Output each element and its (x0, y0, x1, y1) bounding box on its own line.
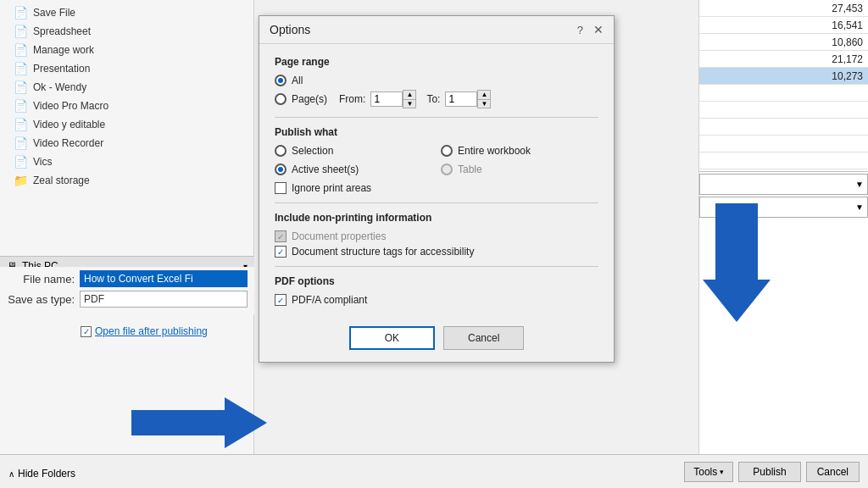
sidebar-file-3[interactable]: 📄 Manage work (7, 41, 247, 59)
file-icon-4: 📄 (14, 62, 28, 75)
file-icon-9: 📄 (14, 155, 28, 169)
radio-table[interactable]: Table (441, 164, 598, 175)
hide-folders-label: Hide Folders (18, 468, 75, 480)
hide-folders-section[interactable]: ∧ Hide Folders (8, 468, 75, 480)
doc-structure-item[interactable]: Document structure tags for accessibilit… (275, 246, 598, 258)
sidebar-file-label-4: Presentation (33, 63, 90, 75)
radio-pages[interactable]: Page(s) From: ▲ ▼ To: ▲ ▼ (275, 90, 598, 108)
pdfa-label: PDF/A compliant (292, 294, 367, 306)
sidebar-file-label-9: Vics (33, 156, 52, 168)
sidebar-file-5[interactable]: 📄 Ok - Wendy (7, 78, 247, 97)
radio-selection-button[interactable] (275, 145, 287, 157)
radio-table-button[interactable] (441, 164, 453, 175)
open-after-label: Open file after publishing (95, 325, 208, 337)
publish-button[interactable]: Publish (738, 462, 800, 482)
radio-selection[interactable]: Selection (275, 145, 432, 157)
radio-all-button[interactable] (275, 75, 287, 86)
sidebar-file-4[interactable]: 📄 Presentation (7, 59, 247, 78)
dropdown-1[interactable]: ▼ (699, 174, 868, 195)
file-icon-6: 📄 (14, 99, 28, 113)
to-up-arrow[interactable]: ▲ (478, 91, 490, 100)
doc-structure-label: Document structure tags for accessibilit… (292, 246, 474, 258)
from-input[interactable] (370, 92, 403, 107)
sidebar-file-1[interactable]: 📄 Save File (7, 3, 247, 22)
from-spinner[interactable]: ▲ ▼ (370, 90, 416, 108)
sidebar-file-9[interactable]: 📄 Vics (7, 152, 247, 171)
savetype-input[interactable]: PDF (80, 291, 248, 308)
radio-pages-label: Page(s) (292, 93, 327, 105)
pdfa-checkbox[interactable] (275, 294, 287, 306)
doc-structure-checkbox[interactable] (275, 246, 287, 258)
sidebar-file-10[interactable]: 📁 Zeal storage (7, 171, 247, 190)
to-spinner[interactable]: ▲ ▼ (445, 90, 491, 108)
bottom-bar: ∧ Hide Folders Tools ▾ Publish Cancel (0, 454, 868, 488)
arrow-down-indicator (698, 203, 775, 322)
radio-entire-workbook[interactable]: Entire workbook (441, 145, 598, 157)
pdfa-item[interactable]: PDF/A compliant (275, 294, 598, 306)
from-label: From: (339, 93, 365, 105)
savetype-label: Save as type: (7, 293, 75, 306)
radio-selection-label: Selection (292, 145, 333, 157)
filename-section: File name: How to Convert Excel Fi Save … (0, 267, 254, 314)
sidebar-file-7[interactable]: 📄 Video y editable (7, 115, 247, 134)
file-icon-3: 📄 (14, 43, 28, 57)
radio-all[interactable]: All (275, 75, 598, 86)
radio-active-sheets[interactable]: Active sheet(s) (275, 164, 432, 175)
sidebar-file-2[interactable]: 📄 Spreadsheet (7, 22, 247, 41)
cell-10273: 10,273 (699, 68, 868, 85)
tools-chevron-icon: ▾ (720, 468, 724, 476)
from-up-arrow[interactable]: ▲ (403, 91, 415, 100)
publish-what-options: Selection Entire workbook Active sheet(s… (275, 145, 598, 179)
sidebar-file-6[interactable]: 📄 Video Pro Macro (7, 97, 247, 115)
non-printing-label: Include non-printing information (275, 212, 598, 224)
page-range-label: Page range (275, 56, 598, 68)
cell-empty-1 (699, 85, 868, 102)
ok-button[interactable]: OK (349, 326, 435, 350)
tools-button[interactable]: Tools ▾ (684, 462, 733, 482)
sidebar-file-label-7: Video y editable (33, 119, 105, 130)
ignore-print-checkbox[interactable] (275, 182, 287, 194)
dialog-close-button[interactable]: ✕ (593, 23, 604, 36)
ignore-print-label: Ignore print areas (292, 182, 371, 194)
to-arrows[interactable]: ▲ ▼ (477, 90, 491, 108)
radio-active-sheets-button[interactable] (275, 164, 287, 175)
file-icon-7: 📄 (14, 118, 28, 131)
doc-props-item[interactable]: Document properties (275, 230, 598, 242)
radio-pages-button[interactable] (275, 93, 287, 105)
sidebar-file-label-3: Manage work (33, 44, 94, 56)
radio-table-label: Table (458, 164, 482, 175)
cell-21172: 21,172 (699, 51, 868, 68)
filename-row: File name: How to Convert Excel Fi (7, 270, 248, 287)
filename-input[interactable]: How to Convert Excel Fi (80, 270, 248, 287)
doc-props-label: Document properties (292, 230, 386, 242)
to-input[interactable] (445, 92, 477, 107)
from-arrows[interactable]: ▲ ▼ (403, 90, 416, 108)
cell-empty-3 (699, 119, 868, 136)
sidebar-file-label-2: Spreadsheet (33, 25, 91, 37)
hide-folders-chevron: ∧ (8, 469, 14, 479)
sidebar-file-label-6: Video Pro Macro (33, 100, 108, 112)
publish-label: Publish (753, 466, 786, 478)
cancel-dialog-button[interactable]: Cancel (443, 326, 524, 350)
sidebar-file-label-8: Video Recorder (33, 137, 103, 149)
cell-10860: 10,860 (699, 34, 868, 51)
cell-empty-4 (699, 136, 868, 152)
dialog-help-button[interactable]: ? (577, 24, 583, 36)
cancel-bottom-button[interactable]: Cancel (806, 462, 860, 482)
doc-props-checkbox[interactable] (275, 230, 287, 242)
cancel-bottom-label: Cancel (817, 466, 849, 478)
radio-entire-workbook-button[interactable] (441, 145, 453, 157)
to-label: To: (426, 93, 440, 105)
row-divider (699, 171, 868, 172)
ignore-print-areas[interactable]: Ignore print areas (275, 182, 598, 194)
sidebar-file-8[interactable]: 📄 Video Recorder (7, 134, 247, 152)
from-down-arrow[interactable]: ▼ (403, 100, 415, 108)
options-dialog: Options ? ✕ Page range All Page(s) From:… (259, 15, 615, 363)
savetype-row: Save as type: PDF (7, 291, 248, 308)
sidebar-file-label-5: Ok - Wendy (33, 81, 86, 93)
open-after-publishing[interactable]: Open file after publishing (81, 325, 208, 337)
to-down-arrow[interactable]: ▼ (478, 100, 490, 108)
dialog-title-controls: ? ✕ (577, 23, 604, 36)
dialog-title: Options (270, 23, 310, 36)
open-after-checkbox[interactable] (81, 326, 92, 337)
